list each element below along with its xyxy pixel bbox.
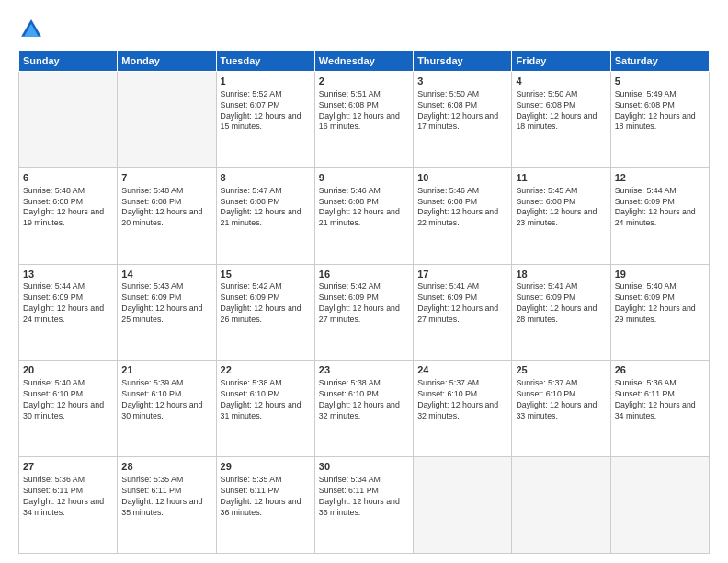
calendar-cell: 19Sunrise: 5:40 AMSunset: 6:09 PMDayligh… — [610, 264, 709, 361]
day-info: Sunrise: 5:47 AMSunset: 6:08 PMDaylight:… — [221, 186, 311, 230]
day-number: 17 — [417, 268, 507, 282]
calendar-cell: 25Sunrise: 5:37 AMSunset: 6:10 PMDayligh… — [512, 361, 610, 457]
day-info: Sunrise: 5:49 AMSunset: 6:08 PMDaylight:… — [615, 89, 705, 133]
week-row-1: 1Sunrise: 5:52 AMSunset: 6:07 PMDaylight… — [19, 72, 710, 168]
week-row-5: 27Sunrise: 5:36 AMSunset: 6:11 PMDayligh… — [19, 457, 710, 554]
calendar-cell: 17Sunrise: 5:41 AMSunset: 6:09 PMDayligh… — [414, 264, 512, 361]
day-number: 2 — [319, 75, 409, 88]
calendar-cell: 10Sunrise: 5:46 AMSunset: 6:08 PMDayligh… — [414, 167, 512, 264]
day-number: 11 — [516, 171, 606, 185]
day-info: Sunrise: 5:36 AMSunset: 6:11 PMDaylight:… — [615, 378, 705, 422]
day-info: Sunrise: 5:37 AMSunset: 6:10 PMDaylight:… — [417, 378, 507, 422]
day-info: Sunrise: 5:44 AMSunset: 6:09 PMDaylight:… — [615, 186, 705, 230]
day-number: 12 — [615, 171, 705, 185]
day-number: 8 — [221, 171, 311, 185]
week-row-2: 6Sunrise: 5:48 AMSunset: 6:08 PMDaylight… — [19, 167, 710, 264]
col-header-thursday: Thursday — [414, 51, 512, 72]
day-number: 18 — [516, 268, 606, 282]
day-info: Sunrise: 5:45 AMSunset: 6:08 PMDaylight:… — [516, 186, 606, 230]
calendar-cell: 20Sunrise: 5:40 AMSunset: 6:10 PMDayligh… — [19, 361, 118, 457]
day-info: Sunrise: 5:50 AMSunset: 6:08 PMDaylight:… — [516, 89, 606, 133]
day-number: 19 — [615, 268, 705, 282]
day-info: Sunrise: 5:38 AMSunset: 6:10 PMDaylight:… — [319, 378, 409, 422]
day-info: Sunrise: 5:41 AMSunset: 6:09 PMDaylight:… — [516, 282, 606, 326]
calendar-cell: 15Sunrise: 5:42 AMSunset: 6:09 PMDayligh… — [216, 264, 314, 361]
day-number: 29 — [221, 460, 311, 474]
week-row-4: 20Sunrise: 5:40 AMSunset: 6:10 PMDayligh… — [19, 361, 710, 457]
day-number: 4 — [516, 75, 606, 88]
calendar-cell: 24Sunrise: 5:37 AMSunset: 6:10 PMDayligh… — [414, 361, 512, 457]
day-info: Sunrise: 5:51 AMSunset: 6:08 PMDaylight:… — [319, 89, 409, 133]
calendar-cell — [19, 72, 118, 168]
calendar-cell: 13Sunrise: 5:44 AMSunset: 6:09 PMDayligh… — [19, 264, 118, 361]
calendar-cell: 29Sunrise: 5:35 AMSunset: 6:11 PMDayligh… — [216, 457, 314, 554]
col-header-tuesday: Tuesday — [216, 51, 314, 72]
calendar-cell: 18Sunrise: 5:41 AMSunset: 6:09 PMDayligh… — [512, 264, 610, 361]
day-number: 26 — [615, 363, 705, 377]
day-info: Sunrise: 5:37 AMSunset: 6:10 PMDaylight:… — [516, 378, 606, 422]
day-info: Sunrise: 5:34 AMSunset: 6:11 PMDaylight:… — [319, 475, 409, 519]
day-number: 24 — [417, 363, 507, 377]
calendar-cell: 8Sunrise: 5:47 AMSunset: 6:08 PMDaylight… — [216, 167, 314, 264]
calendar-header-row: SundayMondayTuesdayWednesdayThursdayFrid… — [19, 51, 710, 72]
day-number: 14 — [121, 268, 211, 282]
calendar-cell: 21Sunrise: 5:39 AMSunset: 6:10 PMDayligh… — [118, 361, 216, 457]
day-info: Sunrise: 5:41 AMSunset: 6:09 PMDaylight:… — [417, 282, 507, 326]
calendar-cell: 16Sunrise: 5:42 AMSunset: 6:09 PMDayligh… — [314, 264, 413, 361]
calendar-cell: 27Sunrise: 5:36 AMSunset: 6:11 PMDayligh… — [19, 457, 118, 554]
day-number: 30 — [319, 460, 409, 474]
col-header-monday: Monday — [118, 51, 216, 72]
day-number: 10 — [417, 171, 507, 185]
calendar-cell: 12Sunrise: 5:44 AMSunset: 6:09 PMDayligh… — [610, 167, 709, 264]
calendar-cell: 4Sunrise: 5:50 AMSunset: 6:08 PMDaylight… — [512, 72, 610, 168]
day-number: 6 — [23, 171, 113, 185]
calendar-cell: 2Sunrise: 5:51 AMSunset: 6:08 PMDaylight… — [314, 72, 413, 168]
day-number: 3 — [417, 75, 507, 88]
col-header-wednesday: Wednesday — [314, 51, 413, 72]
calendar-cell: 9Sunrise: 5:46 AMSunset: 6:08 PMDaylight… — [314, 167, 413, 264]
logo — [18, 17, 48, 42]
day-info: Sunrise: 5:44 AMSunset: 6:09 PMDaylight:… — [23, 282, 113, 326]
calendar-cell: 3Sunrise: 5:50 AMSunset: 6:08 PMDaylight… — [414, 72, 512, 168]
calendar-cell: 11Sunrise: 5:45 AMSunset: 6:08 PMDayligh… — [512, 167, 610, 264]
day-number: 22 — [221, 363, 311, 377]
day-info: Sunrise: 5:38 AMSunset: 6:10 PMDaylight:… — [221, 378, 311, 422]
day-number: 21 — [121, 363, 211, 377]
week-row-3: 13Sunrise: 5:44 AMSunset: 6:09 PMDayligh… — [19, 264, 710, 361]
day-info: Sunrise: 5:43 AMSunset: 6:09 PMDaylight:… — [121, 282, 211, 326]
col-header-saturday: Saturday — [610, 51, 709, 72]
day-info: Sunrise: 5:36 AMSunset: 6:11 PMDaylight:… — [23, 475, 113, 519]
calendar-cell: 1Sunrise: 5:52 AMSunset: 6:07 PMDaylight… — [216, 72, 314, 168]
calendar-cell — [610, 457, 709, 554]
day-number: 25 — [516, 363, 606, 377]
col-header-friday: Friday — [512, 51, 610, 72]
page: SundayMondayTuesdayWednesdayThursdayFrid… — [0, 0, 728, 563]
day-info: Sunrise: 5:35 AMSunset: 6:11 PMDaylight:… — [121, 475, 211, 519]
calendar-cell: 7Sunrise: 5:48 AMSunset: 6:08 PMDaylight… — [118, 167, 216, 264]
day-number: 28 — [121, 460, 211, 474]
day-info: Sunrise: 5:42 AMSunset: 6:09 PMDaylight:… — [221, 282, 311, 326]
calendar-cell: 23Sunrise: 5:38 AMSunset: 6:10 PMDayligh… — [314, 361, 413, 457]
day-info: Sunrise: 5:40 AMSunset: 6:09 PMDaylight:… — [615, 282, 705, 326]
col-header-sunday: Sunday — [19, 51, 118, 72]
day-info: Sunrise: 5:52 AMSunset: 6:07 PMDaylight:… — [221, 89, 311, 133]
day-number: 13 — [23, 268, 113, 282]
day-number: 27 — [23, 460, 113, 474]
day-info: Sunrise: 5:35 AMSunset: 6:11 PMDaylight:… — [221, 475, 311, 519]
day-number: 1 — [221, 75, 311, 88]
calendar-cell: 26Sunrise: 5:36 AMSunset: 6:11 PMDayligh… — [610, 361, 709, 457]
header — [18, 17, 710, 42]
day-number: 7 — [121, 171, 211, 185]
calendar-cell — [414, 457, 512, 554]
day-number: 23 — [319, 363, 409, 377]
day-info: Sunrise: 5:46 AMSunset: 6:08 PMDaylight:… — [319, 186, 409, 230]
day-info: Sunrise: 5:39 AMSunset: 6:10 PMDaylight:… — [121, 378, 211, 422]
calendar-cell: 30Sunrise: 5:34 AMSunset: 6:11 PMDayligh… — [314, 457, 413, 554]
calendar-cell: 5Sunrise: 5:49 AMSunset: 6:08 PMDaylight… — [610, 72, 709, 168]
day-info: Sunrise: 5:48 AMSunset: 6:08 PMDaylight:… — [121, 186, 211, 230]
day-number: 5 — [615, 75, 705, 88]
day-number: 16 — [319, 268, 409, 282]
logo-icon — [18, 17, 44, 42]
calendar-cell: 22Sunrise: 5:38 AMSunset: 6:10 PMDayligh… — [216, 361, 314, 457]
day-info: Sunrise: 5:48 AMSunset: 6:08 PMDaylight:… — [23, 186, 113, 230]
